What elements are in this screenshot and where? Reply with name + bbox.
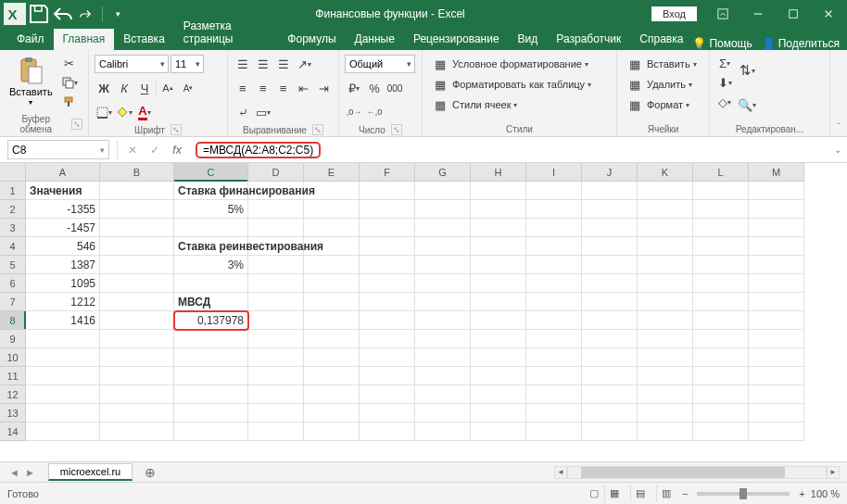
macro-record-icon[interactable]: ▢ xyxy=(589,487,599,499)
row-header[interactable]: 14 xyxy=(0,422,26,441)
cell-J3[interactable] xyxy=(582,219,638,237)
cell-J7[interactable] xyxy=(582,293,638,311)
dialog-launcher-icon[interactable]: ⤡ xyxy=(171,124,182,135)
col-header[interactable]: G xyxy=(415,163,471,182)
merge-icon[interactable]: ▭ xyxy=(254,103,272,121)
cell-E6[interactable] xyxy=(304,274,360,293)
cell-I11[interactable] xyxy=(526,367,582,385)
cell-F2[interactable] xyxy=(360,200,415,219)
cell-H5[interactable] xyxy=(471,256,526,274)
cell-H3[interactable] xyxy=(471,219,526,237)
name-box[interactable]: C8 xyxy=(7,140,109,159)
fill-color-icon[interactable] xyxy=(115,103,133,121)
cell-E10[interactable] xyxy=(304,348,360,367)
cell-A1[interactable]: Значения xyxy=(26,182,100,200)
cell-G4[interactable] xyxy=(415,237,471,256)
zoom-slider[interactable] xyxy=(697,492,790,496)
cell-F1[interactable] xyxy=(360,182,415,200)
col-header[interactable]: H xyxy=(471,163,526,182)
cell-J5[interactable] xyxy=(582,256,638,274)
cell-B1[interactable] xyxy=(100,182,174,200)
cell-C4[interactable]: Ставка реинвестирования xyxy=(174,237,248,256)
sheet-tab[interactable]: microexcel.ru xyxy=(48,463,133,481)
cell-D6[interactable] xyxy=(248,274,304,293)
undo-icon[interactable] xyxy=(52,3,74,25)
cell-H9[interactable] xyxy=(471,330,526,348)
dialog-launcher-icon[interactable]: ⤡ xyxy=(391,124,402,135)
col-header[interactable]: D xyxy=(248,163,304,182)
cell-K5[interactable] xyxy=(638,256,693,274)
cell-B14[interactable] xyxy=(100,422,174,441)
cell-J12[interactable] xyxy=(582,385,638,404)
cell-H1[interactable] xyxy=(471,182,526,200)
col-header[interactable]: E xyxy=(304,163,360,182)
cell-G11[interactable] xyxy=(415,367,471,385)
cell-I9[interactable] xyxy=(526,330,582,348)
cell-D9[interactable] xyxy=(248,330,304,348)
cell-I12[interactable] xyxy=(526,385,582,404)
align-center-icon[interactable]: ≡ xyxy=(254,79,272,97)
cell-K6[interactable] xyxy=(638,274,693,293)
tab-pagelayout[interactable]: Разметка страницы xyxy=(174,16,279,50)
cell-K1[interactable] xyxy=(638,182,693,200)
cell-J6[interactable] xyxy=(582,274,638,293)
cell-I8[interactable] xyxy=(526,311,582,330)
cell-H14[interactable] xyxy=(471,422,526,441)
cell-E7[interactable] xyxy=(304,293,360,311)
format-cells-button[interactable]: ▦Формат xyxy=(623,94,703,115)
cell-G9[interactable] xyxy=(415,330,471,348)
cell-A5[interactable]: 1387 xyxy=(26,256,100,274)
add-sheet-icon[interactable]: ⊕ xyxy=(140,465,160,480)
cell-C2[interactable]: 5% xyxy=(174,200,248,219)
cell-L7[interactable] xyxy=(693,293,749,311)
cell-D8[interactable] xyxy=(248,311,304,330)
cell-K12[interactable] xyxy=(638,385,693,404)
col-header[interactable]: F xyxy=(360,163,415,182)
cell-M8[interactable] xyxy=(749,311,804,330)
align-left-icon[interactable]: ≡ xyxy=(234,79,252,97)
sheet-next-icon[interactable]: ► xyxy=(25,467,35,478)
maximize-icon[interactable] xyxy=(777,0,810,27)
cell-B8[interactable] xyxy=(100,311,174,330)
cell-F14[interactable] xyxy=(360,422,415,441)
cell-I6[interactable] xyxy=(526,274,582,293)
cell-I4[interactable] xyxy=(526,237,582,256)
row-header[interactable]: 4 xyxy=(0,237,26,256)
cell-E3[interactable] xyxy=(304,219,360,237)
cell-K2[interactable] xyxy=(638,200,693,219)
close-icon[interactable] xyxy=(812,0,845,27)
cell-B12[interactable] xyxy=(100,385,174,404)
cell-I10[interactable] xyxy=(526,348,582,367)
cell-K8[interactable] xyxy=(638,311,693,330)
cell-I2[interactable] xyxy=(526,200,582,219)
cell-I5[interactable] xyxy=(526,256,582,274)
paste-button[interactable]: Вставить ▾ xyxy=(6,54,57,112)
cell-M5[interactable] xyxy=(749,256,804,274)
cell-H6[interactable] xyxy=(471,274,526,293)
cell-F7[interactable] xyxy=(360,293,415,311)
cell-H13[interactable] xyxy=(471,404,526,422)
cell-D10[interactable] xyxy=(248,348,304,367)
cell-A10[interactable] xyxy=(26,348,100,367)
cell-A6[interactable]: 1095 xyxy=(26,274,100,293)
cell-K9[interactable] xyxy=(638,330,693,348)
format-painter-icon[interactable] xyxy=(60,93,79,111)
cell-M13[interactable] xyxy=(749,404,804,422)
copy-icon[interactable] xyxy=(60,73,79,92)
cell-A9[interactable] xyxy=(26,330,100,348)
cell-G12[interactable] xyxy=(415,385,471,404)
tab-formulas[interactable]: Формулы xyxy=(278,29,345,50)
cell-G10[interactable] xyxy=(415,348,471,367)
dialog-launcher-icon[interactable]: ⤡ xyxy=(312,124,323,135)
cell-M11[interactable] xyxy=(749,367,804,385)
cell-G14[interactable] xyxy=(415,422,471,441)
cell-D3[interactable] xyxy=(248,219,304,237)
cell-A13[interactable] xyxy=(26,404,100,422)
cell-J4[interactable] xyxy=(582,237,638,256)
cell-E2[interactable] xyxy=(304,200,360,219)
cell-G7[interactable] xyxy=(415,293,471,311)
row-header[interactable]: 9 xyxy=(0,330,26,348)
view-pagebreak-icon[interactable]: ▥ xyxy=(656,485,676,502)
align-right-icon[interactable]: ≡ xyxy=(274,79,293,97)
cell-L11[interactable] xyxy=(693,367,749,385)
